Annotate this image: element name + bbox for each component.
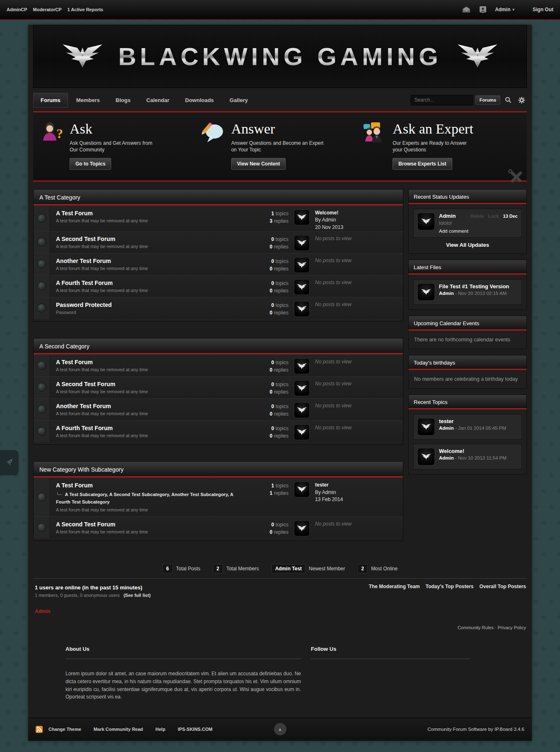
admincp-link[interactable]: AdminCP xyxy=(7,7,27,12)
avatar[interactable] xyxy=(294,209,310,225)
avatar[interactable] xyxy=(294,402,310,418)
overall-top-posters-link[interactable]: Overall Top Posters xyxy=(480,584,526,589)
avatar[interactable] xyxy=(294,257,310,273)
forum-status-icon xyxy=(37,238,46,247)
user-menu-dropdown[interactable]: Admin ▾ xyxy=(495,7,514,12)
topbar-user-area: Admin ▾ Sign Out xyxy=(462,6,553,13)
forum-link[interactable]: Password Protected xyxy=(56,302,250,308)
avatar[interactable] xyxy=(417,448,435,465)
no-posts-text: No posts to view xyxy=(315,302,352,307)
newest-member-stat: Admin TestNewest Member xyxy=(272,564,345,573)
file-title-link[interactable]: File Test #1 Testing Version xyxy=(439,283,518,290)
subforum-names[interactable]: A Test Subcategory, A Second Test Subcat… xyxy=(56,492,233,504)
sign-out-link[interactable]: Sign Out xyxy=(533,7,553,12)
status-lock-link[interactable]: Lock xyxy=(488,214,499,219)
topic-title-link[interactable]: tester xyxy=(439,418,518,424)
category-header[interactable]: A Second Category xyxy=(34,338,403,354)
avatar[interactable] xyxy=(294,301,310,317)
back-to-top-button[interactable]: ▲ xyxy=(274,723,286,735)
forum-link[interactable]: A Second Test Forum xyxy=(56,381,250,387)
forum-link[interactable]: A Second Test Forum xyxy=(56,236,250,242)
messages-envelope-icon[interactable] xyxy=(462,6,471,13)
help-link[interactable]: Help xyxy=(155,727,165,732)
tab-members[interactable]: Members xyxy=(69,93,107,107)
category-header[interactable]: New Category With Subcategory xyxy=(34,462,403,477)
forum-link[interactable]: A Fourth Test Forum xyxy=(56,425,250,431)
file-author-link[interactable]: Admin xyxy=(439,291,454,296)
browse-experts-button[interactable]: Browse Experts List xyxy=(393,158,452,170)
tab-gallery[interactable]: Gallery xyxy=(222,93,255,107)
search-scope-button[interactable]: Forums xyxy=(475,95,500,105)
status-date: 13 Dec xyxy=(503,214,518,219)
forum-row: A Test Forum A test forum that may be re… xyxy=(34,205,403,231)
active-reports-link[interactable]: 1 Active Reports xyxy=(68,7,103,12)
avatar[interactable] xyxy=(294,482,310,497)
tab-blogs[interactable]: Blogs xyxy=(108,93,138,107)
eagle-avatar-icon xyxy=(296,486,307,493)
topic-author-link[interactable]: Admin xyxy=(439,455,454,460)
eagle-avatar-icon xyxy=(421,453,432,460)
moderatorcp-link[interactable]: ModeratorCP xyxy=(33,7,62,12)
moderating-team-link[interactable]: The Moderating Team xyxy=(369,584,420,589)
last-post-title[interactable]: Welcome! xyxy=(315,209,403,217)
ips-skins-link[interactable]: IPS-SKINS.COM xyxy=(178,727,213,732)
forum-link[interactable]: A Test Forum xyxy=(56,482,250,489)
tab-calendar[interactable]: Calendar xyxy=(139,93,177,107)
promo-ask-title: Ask xyxy=(70,122,159,136)
change-theme-link[interactable]: Change Theme xyxy=(48,727,81,732)
tab-downloads[interactable]: Downloads xyxy=(178,93,221,107)
community-rules-link[interactable]: Community Rules xyxy=(458,625,494,630)
last-poster-avatar-cell xyxy=(288,421,315,442)
view-new-content-button[interactable]: View New Content xyxy=(231,158,286,170)
status-author[interactable]: Admin xyxy=(439,213,456,219)
mark-community-read-link[interactable]: Mark Community Read xyxy=(94,727,143,732)
forum-row: A Second Test Forum A test forum that ma… xyxy=(34,516,403,538)
last-post-author[interactable]: By Admin xyxy=(315,217,403,224)
forum-link[interactable]: A Fourth Test Forum xyxy=(56,280,250,286)
category-header[interactable]: A Test Category xyxy=(34,190,403,205)
replies-label: replies xyxy=(274,310,288,316)
avatar[interactable] xyxy=(417,283,435,301)
avatar[interactable] xyxy=(417,213,435,230)
notifications-profile-icon[interactable] xyxy=(478,6,487,13)
gear-icon[interactable] xyxy=(516,95,527,105)
last-post-author[interactable]: By Admin xyxy=(315,489,403,496)
rss-icon[interactable] xyxy=(36,726,43,733)
newest-member-value[interactable]: Admin Test xyxy=(272,564,305,573)
see-full-list-link[interactable]: (See full list) xyxy=(124,593,150,598)
tab-forums[interactable]: Forums xyxy=(33,93,68,107)
go-to-topics-button[interactable]: Go to Topics xyxy=(70,158,111,170)
subforum-list[interactable]: A Test Subcategory, A Second Test Subcat… xyxy=(56,491,234,506)
forum-link[interactable]: A Test Forum xyxy=(56,210,250,217)
search-icon[interactable] xyxy=(503,95,514,105)
last-post-info: tester By Admin 13 Feb 2014 xyxy=(315,478,403,516)
rocket-side-tab[interactable] xyxy=(0,450,18,475)
avatar[interactable] xyxy=(294,279,310,295)
add-comment-link[interactable]: Add comment xyxy=(439,229,518,234)
avatar[interactable] xyxy=(294,358,310,374)
topic-title-link[interactable]: Welcome! xyxy=(439,448,518,454)
forum-link[interactable]: Another Test Forum xyxy=(56,258,250,264)
avatar[interactable] xyxy=(294,424,310,440)
online-member-link[interactable]: Admin xyxy=(35,608,525,614)
forum-link[interactable]: A Test Forum xyxy=(56,359,250,365)
forum-row: A Second Test Forum A test forum that ma… xyxy=(34,376,403,398)
privacy-policy-link[interactable]: Privacy Policy xyxy=(498,625,526,630)
topic-author-link[interactable]: Admin xyxy=(439,426,454,431)
forum-link[interactable]: A Second Test Forum xyxy=(56,521,250,528)
last-post-title[interactable]: tester xyxy=(315,482,403,489)
avatar[interactable] xyxy=(294,380,310,396)
forum-link[interactable]: Another Test Forum xyxy=(56,403,250,409)
topics-count: 0 xyxy=(272,426,274,431)
todays-top-posters-link[interactable]: Today's Top Posters xyxy=(426,584,474,589)
forum-status-icon xyxy=(37,383,46,392)
topics-label: topics xyxy=(276,382,288,387)
avatar[interactable] xyxy=(294,235,310,251)
eagle-avatar-icon xyxy=(296,428,307,436)
search-input[interactable] xyxy=(411,95,473,105)
avatar[interactable] xyxy=(294,521,310,536)
customize-wrench-icon[interactable] xyxy=(507,168,525,186)
view-all-updates-link[interactable]: View All Updates xyxy=(413,238,522,249)
status-delete-link[interactable]: Delete xyxy=(470,214,484,219)
avatar[interactable] xyxy=(417,418,435,436)
